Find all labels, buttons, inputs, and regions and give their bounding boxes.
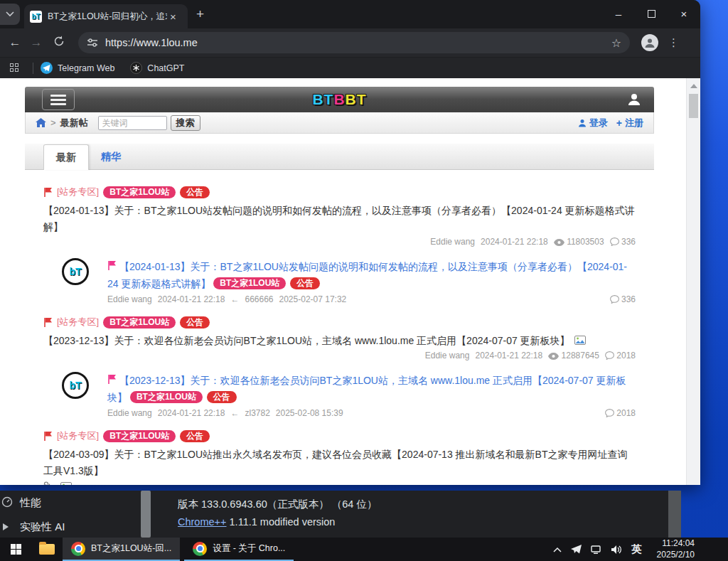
last-reply-user[interactable]: 666666 — [245, 294, 273, 304]
post-badge[interactable]: 公告 — [180, 430, 210, 442]
url-text[interactable]: https://www.1lou.me — [105, 37, 611, 48]
chromepp-suffix: 1.11.1 modified version — [227, 516, 336, 528]
site-logo[interactable]: BTBBT — [312, 91, 366, 108]
taskbar-clock[interactable]: 11:24:04 2025/2/10 — [651, 538, 700, 560]
post-badge[interactable]: 公告 — [207, 391, 237, 403]
post-badge[interactable]: 公告 — [180, 316, 210, 328]
chevron-down-icon — [6, 11, 14, 17]
post-badge[interactable]: BT之家1LOU站 — [213, 277, 286, 289]
post-comments[interactable]: 336 — [621, 237, 636, 247]
register-plus-icon: + — [616, 117, 622, 129]
flag-icon — [43, 317, 53, 327]
post-badge[interactable]: BT之家1LOU站 — [103, 430, 176, 442]
flag-icon — [43, 187, 53, 197]
settings-scrollbar-thumb[interactable] — [141, 491, 151, 538]
reload-button[interactable] — [48, 36, 70, 50]
post-section[interactable]: [站务专区] — [57, 429, 99, 442]
new-tab-button[interactable]: + — [196, 7, 204, 21]
image-icon — [574, 336, 586, 345]
tab-title: BT之家1LOU站-回归初心，追求 — [48, 11, 167, 23]
browser-tab[interactable]: bT BT之家1LOU站-回归初心，追求 × — [24, 4, 188, 28]
post-views: 12887645 — [562, 351, 599, 360]
breadcrumb-separator: > — [50, 117, 56, 128]
input-method-indicator[interactable]: 英 — [631, 543, 642, 556]
triangle-icon — [1, 521, 10, 533]
close-button[interactable]: × — [668, 0, 700, 27]
comments-icon — [605, 351, 614, 360]
post-section[interactable]: [站务专区] — [57, 186, 99, 198]
search-button[interactable]: 搜索 — [171, 115, 200, 131]
bookmark-chatgpt[interactable]: ChatGPT — [130, 62, 184, 74]
post-badge[interactable]: BT之家1LOU站 — [130, 391, 203, 403]
register-link[interactable]: 注册 — [625, 117, 643, 129]
post-author[interactable]: Eddie wang — [430, 237, 475, 247]
tray-expand-icon[interactable] — [553, 547, 562, 552]
tab-digest[interactable]: 精华 — [89, 144, 133, 169]
post-title[interactable]: 【2024-01-13】关于：BT之家1LOU站发帖问题的说明和如何发帖的流程，… — [107, 261, 627, 289]
settings-sidebar-performance[interactable]: 性能 — [20, 496, 41, 510]
search-input[interactable] — [98, 116, 167, 130]
file-explorer-button[interactable] — [31, 538, 63, 561]
post-badge[interactable]: BT之家1LOU站 — [103, 186, 176, 198]
page-scrollbar[interactable] — [686, 78, 700, 485]
post-badge[interactable]: 公告 — [180, 186, 210, 198]
chromepp-link[interactable]: Chrome++ — [178, 516, 227, 528]
telegram-tray-icon[interactable] — [571, 545, 582, 554]
apps-grid-icon[interactable] — [10, 63, 20, 73]
home-icon[interactable] — [36, 118, 46, 128]
last-reply-user[interactable]: zl3782 — [245, 408, 269, 418]
post-title[interactable]: 【2024-01-13】关于：BT之家1LOU站发帖问题的说明和如何发帖的流程，… — [43, 205, 635, 233]
forward-button[interactable]: → — [26, 36, 47, 50]
post-meta: Eddie wang2024-01-21 22:18 12887645 2018 — [43, 351, 636, 360]
back-button[interactable]: ← — [4, 36, 26, 50]
site-favicon: bT — [30, 11, 42, 23]
post-author[interactable]: Eddie wang — [107, 408, 152, 418]
post-comments[interactable]: 2018 — [616, 351, 636, 360]
hamburger-menu-button[interactable] — [42, 89, 75, 110]
last-reply-arrow: ← — [230, 408, 239, 418]
login-person-icon — [578, 119, 587, 127]
volume-icon[interactable] — [611, 545, 622, 554]
bookmark-telegram[interactable]: Telegram Web — [41, 62, 114, 74]
reload-icon — [53, 36, 65, 47]
post-section[interactable]: [站务专区] — [57, 316, 99, 328]
person-icon — [644, 37, 655, 48]
taskbar-task-browser[interactable]: BT之家1LOU站-回... — [63, 538, 180, 561]
post-row: [站务专区]BT之家1LOU站公告【2024-01-13】关于：BT之家1LOU… — [25, 181, 654, 254]
post-author[interactable]: Eddie wang — [425, 351, 470, 360]
scroll-thumb[interactable] — [689, 94, 698, 118]
post-badge[interactable]: 公告 — [290, 277, 320, 289]
avatar[interactable]: bT — [62, 372, 89, 399]
post-comments[interactable]: 2018 — [605, 408, 636, 418]
minimize-button[interactable]: – — [602, 0, 635, 27]
post-title[interactable]: 【2023-12-13】关于：欢迎各位新老会员访问BT之家1LOU站，主域名 w… — [43, 335, 570, 346]
breadcrumb-section[interactable]: 最新帖 — [60, 117, 88, 129]
profile-avatar-button[interactable] — [641, 34, 658, 51]
scroll-up-arrow[interactable] — [690, 84, 697, 88]
tab-latest[interactable]: 最新 — [43, 144, 89, 170]
network-icon[interactable] — [591, 545, 602, 554]
logo-part-1: BT — [312, 91, 333, 107]
taskbar-task-settings[interactable]: 设置 - 关于 Chro... — [184, 538, 294, 561]
start-button[interactable] — [0, 538, 31, 561]
address-bar[interactable]: https://www.1lou.me ☆ — [78, 32, 630, 53]
post-comments[interactable]: 336 — [610, 294, 636, 304]
post-badge[interactable]: BT之家1LOU站 — [103, 316, 176, 328]
maximize-icon — [648, 10, 655, 18]
avatar[interactable]: bT — [62, 258, 89, 285]
tab-search-button[interactable] — [0, 4, 20, 25]
post-title[interactable]: 【2024-03-09】关于：BT之家1LOU站推出永久域名发布页，建议各位会员… — [43, 449, 627, 476]
views-icon — [548, 353, 559, 360]
header-user-button[interactable] — [627, 92, 641, 109]
bookmark-star-icon[interactable]: ☆ — [611, 36, 621, 50]
tab-close-icon[interactable]: × — [170, 11, 176, 23]
browser-menu-button[interactable]: ⋮ — [668, 36, 679, 49]
clock-date: 2025/2/10 — [657, 550, 695, 560]
post-meta: 336Eddie wang2024-01-21 22:18←6666662025… — [107, 294, 636, 304]
login-link[interactable]: 登录 — [589, 117, 608, 129]
post-author[interactable]: Eddie wang — [107, 294, 152, 304]
gauge-icon — [1, 496, 13, 510]
settings-sidebar-experimental-ai[interactable]: 实验性 AI — [20, 520, 65, 534]
maximize-button[interactable] — [635, 0, 668, 27]
taskbar: BT之家1LOU站-回... 设置 - 关于 Chro... 英 11:24:0… — [0, 538, 728, 561]
